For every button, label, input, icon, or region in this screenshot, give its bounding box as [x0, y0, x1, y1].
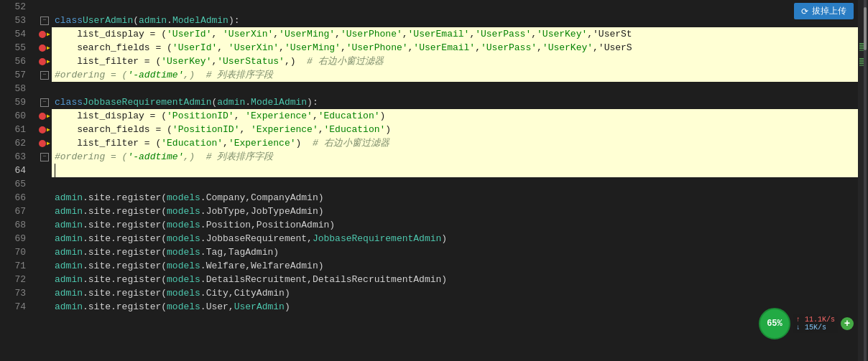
gutter-line	[37, 232, 52, 245]
gutter-line: −	[37, 68, 52, 82]
code-line[interactable]: admin.site.register(models.Position,Posi…	[52, 218, 858, 232]
upload-label: 拔掉上传	[812, 5, 846, 17]
line-number: 68	[0, 218, 32, 232]
breakpoint-icon	[39, 113, 46, 120]
gutter-line	[37, 205, 52, 218]
code-line[interactable]: admin.site.register(models.Company,Compa…	[52, 191, 858, 205]
gutter-line: −	[37, 95, 52, 109]
editor-container: ⟳ 拔掉上传 525354555657585960616263646566676…	[0, 0, 868, 361]
scrollbar[interactable]	[858, 0, 868, 361]
code-line[interactable]: list_display = ('UserId', 'UserXin','Use…	[52, 27, 858, 41]
line-number: 55	[0, 41, 32, 55]
upload-icon: ⟳	[801, 6, 808, 17]
net-stats: ↑ 11.1K/s ↓ 15K/s	[793, 314, 838, 333]
line-number: 61	[0, 123, 32, 136]
net-down: ↓ 15K/s	[796, 324, 835, 332]
gutter-line	[37, 218, 52, 232]
gutter-line	[37, 164, 52, 177]
code-line[interactable]: #ordering = ('-addtime',) # 列表排序字段	[52, 150, 858, 164]
code-line[interactable]: list_display = ('PositionID', 'Experienc…	[52, 109, 858, 123]
network-widget: 65% ↑ 11.1K/s ↓ 15K/s +	[759, 308, 854, 339]
fold-icon[interactable]: −	[40, 98, 49, 107]
line-number: 56	[0, 55, 32, 68]
line-number: 73	[0, 286, 32, 300]
gutter-line: −	[37, 150, 52, 164]
code-line[interactable]	[52, 177, 858, 191]
gutter-line: ▶	[37, 109, 52, 123]
code-line[interactable]: admin.site.register(models.DetailsRecrui…	[52, 273, 858, 286]
line-number: 60	[0, 109, 32, 123]
code-line[interactable]	[52, 164, 858, 177]
gutter-line	[37, 177, 52, 191]
cpu-circle: 65%	[759, 308, 790, 339]
line-numbers: 5253545556575859606162636465666768697071…	[0, 0, 37, 361]
breakpoint-icon	[39, 126, 46, 133]
gutter-line	[37, 191, 52, 205]
line-number: 54	[0, 27, 32, 41]
breakpoint-icon	[39, 31, 46, 38]
gutter-line: ▶	[37, 123, 52, 136]
line-number: 69	[0, 232, 32, 245]
net-up: ↑ 11.1K/s	[796, 316, 835, 324]
gutter-line	[37, 286, 52, 300]
code-line[interactable]	[52, 82, 858, 95]
gutter-line: ▶	[37, 55, 52, 68]
gutter-line	[37, 300, 52, 314]
line-number: 72	[0, 273, 32, 286]
line-number: 70	[0, 245, 32, 259]
cpu-percent: 65%	[767, 319, 782, 329]
code-line[interactable]: admin.site.register(models.Welfare,Welfa…	[52, 259, 858, 273]
line-number: 57	[0, 68, 32, 82]
line-number: 62	[0, 136, 32, 150]
line-number: 63	[0, 150, 32, 164]
line-number: 52	[0, 0, 32, 14]
line-number: 66	[0, 191, 32, 205]
gutter-line: ▶	[37, 136, 52, 150]
gutter-line	[37, 259, 52, 273]
code-line[interactable]	[52, 0, 858, 14]
code-line[interactable]: class JobbaseRequirementAdmin(admin.Mode…	[52, 95, 858, 109]
code-line[interactable]: admin.site.register(models.JobbaseRequir…	[52, 232, 858, 245]
line-number: 74	[0, 300, 32, 314]
line-number: 65	[0, 177, 32, 191]
line-number: 67	[0, 205, 32, 218]
code-line[interactable]: #ordering = ('-addtime',) # 列表排序字段	[52, 68, 858, 82]
line-number: 71	[0, 259, 32, 273]
gutter-line	[37, 245, 52, 259]
code-area[interactable]: class UserAdmin(admin.ModelAdmin): list_…	[52, 0, 858, 361]
breakpoint-icon	[39, 44, 46, 52]
line-number: 53	[0, 14, 32, 27]
breakpoint-icon	[39, 140, 46, 147]
code-line[interactable]: class UserAdmin(admin.ModelAdmin):	[52, 14, 858, 27]
gutter-line	[37, 273, 52, 286]
code-line[interactable]: search_fields = ('PositionID', 'Experien…	[52, 123, 858, 136]
line-number: 58	[0, 82, 32, 95]
code-line[interactable]: search_fields = ('UserId', 'UserXin','Us…	[52, 41, 858, 55]
code-line[interactable]: list_filter = ('UserKey','UserStatus',) …	[52, 55, 858, 68]
code-line[interactable]: admin.site.register(models.User,UserAdmi…	[52, 300, 858, 314]
line-number: 59	[0, 95, 32, 109]
gutter-line: ▶	[37, 41, 52, 55]
net-plus-button[interactable]: +	[841, 317, 854, 330]
breakpoint-icon	[39, 58, 46, 65]
gutter-icons: −▶▶▶−−▶▶▶−	[37, 0, 52, 361]
code-line[interactable]: list_filter = ('Education','Experience')…	[52, 136, 858, 150]
gutter-line: ▶	[37, 27, 52, 41]
code-line[interactable]: admin.site.register(models.Tag,TagAdmin)	[52, 245, 858, 259]
gutter-line	[37, 0, 52, 14]
upload-button[interactable]: ⟳ 拔掉上传	[794, 3, 854, 19]
code-line[interactable]: admin.site.register(models.JobType,JobTy…	[52, 205, 858, 218]
gutter-line: −	[37, 14, 52, 27]
line-number: 64	[0, 164, 32, 177]
code-line[interactable]: admin.site.register(models.City,CityAdmi…	[52, 286, 858, 300]
fold-icon[interactable]: −	[40, 17, 49, 25]
gutter-line	[37, 82, 52, 95]
fold-icon[interactable]: −	[40, 153, 49, 161]
fold-icon[interactable]: −	[40, 71, 49, 80]
